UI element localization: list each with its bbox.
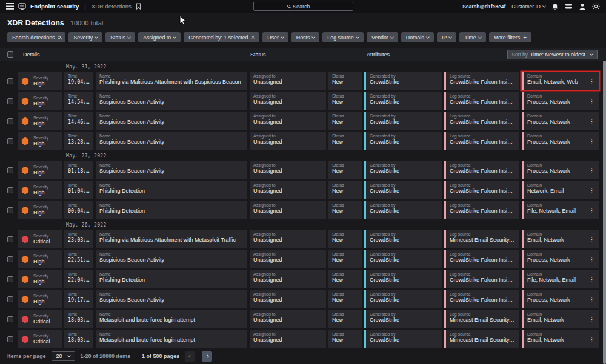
filter-chip-log-source[interactable]: Log source bbox=[322, 32, 364, 42]
kebab-menu-icon[interactable]: ⋮ bbox=[587, 235, 597, 244]
kebab-menu-icon[interactable]: ⋮ bbox=[587, 315, 597, 324]
page-size-select[interactable]: 20 bbox=[52, 351, 75, 361]
row-checkbox[interactable] bbox=[7, 256, 13, 262]
status-cell: StatusNew bbox=[328, 290, 362, 308]
global-search[interactable] bbox=[253, 2, 353, 11]
row-checkbox[interactable] bbox=[7, 138, 13, 144]
log-source-cell: Log sourceMimecast Email Security, Corel… bbox=[444, 330, 519, 348]
row-checkbox[interactable] bbox=[7, 336, 13, 342]
log-source-cell: Log sourceMimecast Email Security, Corel… bbox=[444, 310, 519, 328]
column-header-details: Details bbox=[23, 51, 40, 58]
previous-page-button[interactable] bbox=[185, 351, 195, 362]
filter-chip-more-filters[interactable]: More filters+ bbox=[489, 32, 531, 42]
detection-card[interactable]: SeverityCritical Time23:03:04 NamePhishi… bbox=[18, 230, 599, 248]
severity-icon bbox=[21, 117, 29, 125]
generated-by-cell: Generated byCrowdStrike bbox=[364, 270, 442, 288]
detection-card[interactable]: SeverityCritical Time18:03:04 NameMetasp… bbox=[18, 310, 599, 328]
date-separator: May. 31, 2022 bbox=[8, 63, 599, 70]
filter-chip-severity[interactable]: Severity bbox=[68, 32, 102, 42]
notifications-bell-icon[interactable] bbox=[551, 3, 559, 10]
detection-card[interactable]: SeverityHigh Time22:04:11 NamePhishing D… bbox=[18, 270, 599, 288]
kebab-menu-icon[interactable]: ⋮ bbox=[587, 117, 597, 126]
detection-card[interactable]: SeverityHigh Time19:17:23 NameSuspicious… bbox=[18, 290, 599, 308]
remove-filter-icon[interactable]: × bbox=[251, 34, 255, 41]
row-checkbox[interactable] bbox=[7, 187, 13, 193]
kebab-menu-icon[interactable]: ⋮ bbox=[587, 255, 597, 264]
detection-card[interactable]: SeverityHigh Time01:18:04 NameSuspicious… bbox=[18, 161, 599, 179]
generated-by-cell: Generated byCrowdStrike bbox=[364, 290, 442, 308]
search-input[interactable] bbox=[293, 4, 319, 10]
detection-card[interactable]: SeverityHigh Time19:04:07 NamePhishing v… bbox=[18, 72, 599, 90]
row-checkbox[interactable] bbox=[7, 316, 13, 322]
filter-chip-time[interactable]: Time bbox=[459, 32, 485, 42]
assigned-to-cell: Assigned toUnassigned bbox=[250, 250, 326, 268]
generated-by-cell: Generated byCrowdStrike bbox=[364, 92, 442, 110]
time-cell: Time00:04:08 bbox=[64, 201, 93, 219]
filter-chip-user[interactable]: User bbox=[262, 32, 288, 42]
row-checkbox[interactable] bbox=[7, 296, 13, 302]
status-cell: StatusNew bbox=[328, 181, 362, 199]
kebab-menu-icon[interactable]: ⋮ bbox=[587, 77, 597, 86]
filter-chip-search-detections[interactable]: Search detections bbox=[7, 32, 65, 42]
status-cell: StatusNew bbox=[328, 250, 362, 268]
sort-dropdown[interactable]: Sort by Time: Newest to oldest bbox=[507, 50, 598, 59]
vertical-scrollbar[interactable] bbox=[603, 61, 606, 364]
log-source-cell: Log sourceCrowdStrike Falcon Insight, Zs… bbox=[444, 290, 519, 308]
kebab-menu-icon[interactable]: ⋮ bbox=[587, 97, 597, 106]
detection-card[interactable]: SeverityHigh Time14:46:49 NameSuspicious… bbox=[18, 112, 599, 130]
row-checkbox[interactable] bbox=[7, 236, 13, 242]
detection-row: SeverityHigh Time19:17:23 NameSuspicious… bbox=[7, 290, 599, 308]
detection-card[interactable]: SeverityHigh Time22:51:26 NameSuspicious… bbox=[18, 250, 599, 268]
row-checkbox[interactable] bbox=[7, 98, 13, 104]
severity-icon bbox=[21, 167, 29, 174]
account-name[interactable]: Search@d1fe8e4f bbox=[462, 4, 505, 10]
theme-brightness-icon[interactable] bbox=[592, 2, 600, 10]
status-cell: StatusNew bbox=[328, 92, 362, 110]
kebab-menu-icon[interactable]: ⋮ bbox=[587, 166, 597, 175]
chevron-left-icon bbox=[188, 354, 192, 358]
kebab-menu-icon[interactable]: ⋮ bbox=[587, 295, 597, 304]
kebab-menu-icon[interactable]: ⋮ bbox=[587, 206, 597, 215]
detection-card[interactable]: SeverityHigh Time14:54:42 NameSuspicious… bbox=[18, 92, 599, 110]
user-profile-icon[interactable] bbox=[579, 3, 586, 10]
row-checkbox[interactable] bbox=[7, 167, 13, 173]
table-header: Details Status Attributes Sort by Time: … bbox=[0, 48, 606, 61]
filter-chip-label: Vendor bbox=[371, 35, 388, 41]
kebab-menu-icon[interactable]: ⋮ bbox=[587, 137, 597, 146]
severity-cell: SeverityHigh bbox=[18, 72, 62, 90]
filter-chip-ip[interactable]: IP bbox=[437, 32, 456, 42]
filter-chip-vendor[interactable]: Vendor bbox=[367, 32, 398, 42]
detection-card[interactable]: SeverityHigh Time13:28:37 NameSuspicious… bbox=[18, 132, 599, 150]
detection-row: SeverityHigh Time14:54:42 NameSuspicious… bbox=[7, 92, 599, 110]
kebab-menu-icon[interactable]: ⋮ bbox=[587, 186, 597, 195]
assigned-to-cell: Assigned toUnassigned bbox=[250, 132, 326, 150]
chevron-right-icon bbox=[205, 354, 209, 358]
row-checkbox[interactable] bbox=[7, 276, 13, 282]
row-checkbox[interactable] bbox=[7, 207, 13, 213]
app-name[interactable]: Endpoint security bbox=[30, 3, 79, 10]
chevron-down-icon bbox=[356, 35, 359, 39]
detection-card[interactable]: SeverityCritical Time18:03:04 NameMetasp… bbox=[18, 330, 599, 348]
filter-chip-assigned-to[interactable]: Assigned to bbox=[138, 32, 181, 42]
kebab-menu-icon[interactable]: ⋮ bbox=[587, 275, 597, 284]
filter-chip-domain[interactable]: Domain bbox=[401, 32, 434, 42]
row-checkbox[interactable] bbox=[7, 118, 13, 124]
row-checkbox[interactable] bbox=[7, 78, 13, 84]
hamburger-menu-icon[interactable] bbox=[6, 3, 14, 10]
bookmark-icon[interactable] bbox=[136, 3, 141, 10]
detection-card[interactable]: SeverityHigh Time01:04:08 NamePhishing D… bbox=[18, 181, 599, 199]
separator-line bbox=[8, 225, 62, 225]
next-page-button[interactable] bbox=[202, 351, 212, 362]
filter-chip-hosts[interactable]: Hosts bbox=[291, 32, 320, 42]
select-all-checkbox[interactable] bbox=[7, 51, 13, 58]
kebab-menu-icon[interactable]: ⋮ bbox=[587, 335, 597, 344]
breadcrumb[interactable]: XDR detections bbox=[92, 3, 132, 10]
queue-stack-icon[interactable] bbox=[565, 3, 573, 10]
severity-icon bbox=[21, 236, 29, 243]
time-cell: Time19:17:23 bbox=[64, 290, 93, 308]
filter-chip-status[interactable]: Status bbox=[105, 32, 135, 42]
assigned-to-cell: Assigned toUnassigned bbox=[250, 230, 326, 248]
customer-id-dropdown[interactable]: Customer ID bbox=[511, 4, 545, 10]
filter-chip-generated-by-1-selected[interactable]: Generated by: 1 selected× bbox=[184, 32, 259, 42]
detection-card[interactable]: SeverityHigh Time00:04:08 NamePhishing D… bbox=[18, 201, 599, 219]
